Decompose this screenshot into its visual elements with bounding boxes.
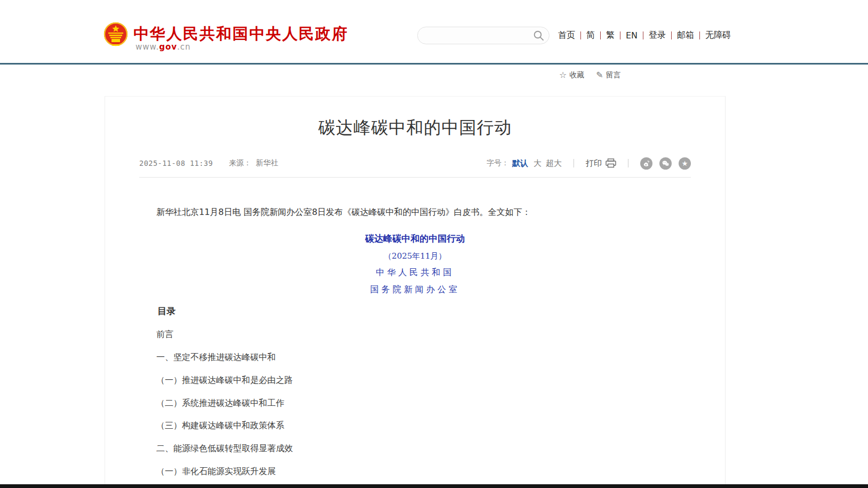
meta-separator (628, 159, 628, 167)
star-icon: ★ (682, 160, 688, 167)
site-url-gov: gov (159, 42, 177, 52)
font-size-label: 字号： (487, 158, 509, 168)
bottom-screen-edge-bar (0, 484, 868, 488)
page: 中华人民共和国中央人民政府 www.gov.cn 首页 简 繁 EN 登录 邮箱 (0, 0, 868, 488)
national-emblem-logo[interactable] (102, 21, 129, 50)
article-card: 碳达峰碳中和的中国行动 2025-11-08 11:39 来源： 新华社 字号：… (105, 96, 726, 488)
favorite-label: 收藏 (569, 70, 584, 80)
nav-item-simplified[interactable]: 简 (586, 30, 595, 41)
meta-divider-line (139, 177, 691, 178)
printer-icon (606, 158, 616, 168)
nav-separator (600, 31, 601, 39)
source-label: 来源： (229, 158, 251, 167)
weibo-icon (642, 159, 650, 167)
document-org-line-2: 国务院新闻办公室 (139, 284, 691, 295)
star-outline-icon: ☆ (559, 70, 567, 80)
site-url-prefix: www. (136, 42, 159, 52)
pencil-icon: ✎ (596, 70, 603, 80)
page-title: 碳达峰碳中和的中国行动 (139, 117, 691, 139)
site-url[interactable]: www.gov.cn (136, 42, 191, 52)
search-input[interactable] (426, 28, 528, 43)
meta-right: 字号： 默认 大 超大 打印 (487, 157, 691, 170)
page-actions: ☆ 收藏 ✎ 留言 (559, 70, 621, 80)
site-url-suffix: .cn (177, 42, 191, 52)
toc-item: 一、坚定不移推进碳达峰碳中和 (139, 352, 691, 363)
toc-item: （二）系统推进碳达峰碳中和工作 (139, 398, 691, 409)
document-title: 碳达峰碳中和的中国行动 (139, 233, 691, 245)
font-size-default-button[interactable]: 默认 (512, 158, 528, 169)
font-size-xlarge-button[interactable]: 超大 (546, 158, 562, 169)
site-title[interactable]: 中华人民共和国中央人民政府 (133, 23, 348, 45)
comment-label: 留言 (606, 70, 621, 80)
share-weibo-button[interactable] (640, 157, 652, 170)
meta-left: 2025-11-08 11:39 来源： 新华社 (139, 158, 278, 168)
lead-paragraph: 新华社北京11月8日电 国务院新闻办公室8日发布《碳达峰碳中和的中国行动》白皮书… (139, 205, 691, 219)
site-header: 中华人民共和国中央人民政府 www.gov.cn 首页 简 繁 EN 登录 邮箱 (0, 0, 868, 63)
toc-item: （一）非化石能源实现跃升发展 (139, 466, 691, 477)
share-favorite-button[interactable]: ★ (679, 157, 691, 170)
nav-item-mail[interactable]: 邮箱 (677, 30, 694, 41)
toc-item: （一）推进碳达峰碳中和是必由之路 (139, 375, 691, 386)
nav-item-traditional[interactable]: 繁 (606, 30, 615, 41)
table-of-contents: 前言 一、坚定不移推进碳达峰碳中和 （一）推进碳达峰碳中和是必由之路 （二）系统… (139, 329, 691, 477)
favorite-button[interactable]: ☆ 收藏 (559, 70, 584, 80)
nav-separator (699, 31, 700, 39)
search-icon (533, 30, 545, 42)
search-button[interactable] (533, 30, 545, 42)
search-box (417, 27, 550, 44)
article-meta-row: 2025-11-08 11:39 来源： 新华社 字号： 默认 大 超大 打印 (139, 157, 691, 170)
nav-separator (671, 31, 672, 39)
wechat-icon (662, 159, 670, 167)
comment-button[interactable]: ✎ 留言 (596, 70, 620, 80)
document-org-line-1: 中华人民共和国 (139, 267, 691, 278)
toc-item: （三）构建碳达峰碳中和政策体系 (139, 420, 691, 431)
nav-separator (580, 31, 581, 39)
document-date-line: （2025年11月） (139, 251, 691, 261)
print-button[interactable]: 打印 (586, 158, 616, 169)
header-divider-line (0, 63, 868, 65)
toc-item: 前言 (139, 329, 691, 340)
source: 来源： 新华社 (229, 158, 278, 168)
nav-item-accessibility[interactable]: 无障碍 (705, 30, 731, 41)
source-name[interactable]: 新华社 (256, 158, 278, 167)
nav-item-login[interactable]: 登录 (649, 30, 666, 41)
nav-item-english[interactable]: EN (626, 30, 638, 41)
font-size-large-button[interactable]: 大 (533, 158, 541, 169)
publish-date: 2025-11-08 11:39 (139, 159, 213, 167)
share-wechat-button[interactable] (659, 157, 672, 170)
meta-separator (574, 159, 574, 167)
nav-separator (643, 31, 643, 39)
top-nav: 首页 简 繁 EN 登录 邮箱 无障碍 (558, 30, 731, 41)
print-label: 打印 (586, 158, 602, 169)
toc-item: 二、能源绿色低碳转型取得显著成效 (139, 443, 691, 454)
toc-heading: 目录 (139, 305, 691, 317)
nav-separator (620, 31, 620, 39)
nav-item-home[interactable]: 首页 (558, 30, 575, 41)
